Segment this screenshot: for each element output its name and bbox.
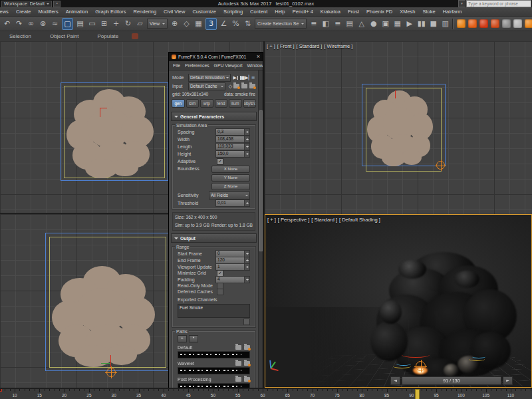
search-input[interactable]: Type a keyword or phrase (466, 0, 531, 7)
smoke-proxy-shape[interactable] (367, 90, 439, 166)
menu-frost[interactable]: Frost (348, 9, 359, 15)
spinner-snap-icon[interactable]: ⇅ (243, 19, 253, 29)
rectangular-selection-region-icon[interactable]: ▭ (87, 19, 97, 29)
simulate-button[interactable]: ▶ (233, 75, 237, 80)
fumefx-tab-rend[interactable]: rend (215, 99, 228, 108)
save-path-icon[interactable] (244, 345, 250, 350)
render-setup-icon[interactable]: ▣ (380, 19, 390, 29)
fumefx-menu-preferences[interactable]: Preferences (185, 63, 209, 68)
previous-frame-button[interactable]: ◄ (390, 376, 400, 385)
menu-graph-editors[interactable]: Graph Editors (95, 9, 126, 15)
sensitivity-dropdown[interactable]: All Fields (209, 192, 250, 200)
boundless-x-button[interactable]: X None (211, 166, 250, 173)
save-path-icon[interactable] (244, 377, 250, 382)
rendered-frame-window-icon[interactable]: ▦ (392, 19, 402, 29)
default-path-field[interactable] (178, 351, 250, 358)
viewport-front[interactable]: [ + ] [ Front ] [ Standard ] [ Wireframe… (265, 41, 532, 214)
close-icon[interactable]: × (257, 54, 260, 60)
edit-named-selection-icon[interactable]: ≡ (309, 19, 319, 29)
fumefx-source-gizmo[interactable] (106, 368, 116, 377)
save-cache-icon[interactable] (249, 84, 255, 88)
wavelet-path-field[interactable] (178, 367, 250, 374)
workspace-dropdown[interactable]: Workspace: Default (1, 1, 52, 7)
select-and-move-icon[interactable]: + (111, 19, 121, 29)
fumefx-tab-wtp[interactable]: wtp (200, 99, 213, 108)
viewport-menu-shading[interactable]: [ Default Shading ] (339, 217, 380, 223)
spinner-arrows[interactable] (244, 257, 249, 263)
viewport-menu-plus[interactable]: [ + ] (267, 43, 275, 49)
fumefx-tab-sim[interactable]: sim (186, 99, 200, 108)
graph-editor-icon[interactable]: △ (356, 19, 366, 29)
step-button[interactable]: ▶▏ (245, 75, 251, 80)
current-frame-marker[interactable] (415, 389, 420, 399)
menu-stoke[interactable]: Stoke (423, 9, 436, 15)
spacing-spinner[interactable]: 0,3 (215, 128, 250, 136)
exported-channels-field[interactable]: Fuel Smoke (178, 304, 250, 318)
height-value[interactable]: 150,0 (216, 151, 244, 157)
viewport-menu-renderer[interactable]: [ Standard ] (311, 217, 337, 223)
redo-icon[interactable]: ↷ (14, 19, 24, 29)
use-pivot-center-icon[interactable]: ⊕ (170, 19, 180, 29)
fumefx-menu-file[interactable]: File (173, 63, 180, 68)
spinner-arrows[interactable] (244, 251, 249, 257)
spinner-arrows[interactable] (244, 144, 249, 150)
unlink-selection-icon[interactable]: ⊗ (38, 19, 48, 29)
paths-options-button[interactable]: * (189, 335, 198, 342)
timeline-ruler[interactable]: 1015202530354045505560657075808590951001… (0, 388, 532, 399)
fumefx-title-bar[interactable]: FumeFX 5.0.4 Com | FumeFX001 × (169, 53, 263, 61)
menu-scripting[interactable]: Scripting (223, 9, 243, 15)
threshold-value[interactable]: 0,01 (216, 200, 244, 206)
threshold-spinner[interactable]: 0,01 (215, 200, 250, 207)
select-and-scale-icon[interactable]: ▱ (135, 19, 145, 29)
undo-icon[interactable]: ↶ (2, 19, 12, 29)
trash-icon[interactable]: ▥ (440, 19, 450, 29)
fumefx-burn-plugin-icon[interactable] (468, 19, 477, 28)
spinner-arrows[interactable] (244, 277, 249, 283)
fumefx-source-gizmo[interactable] (436, 161, 445, 170)
angle-snap-icon[interactable]: ∠ (219, 19, 229, 29)
menu-krakatoa[interactable]: Krakatoa (321, 9, 340, 15)
fumefx-scrollbar[interactable] (258, 70, 263, 388)
named-selection-set-dropdown[interactable]: Create Selection Se (255, 19, 307, 29)
input-dropdown[interactable]: Default Cache (188, 82, 225, 90)
ribbon-tab-object-paint[interactable]: Object Paint (41, 33, 88, 39)
spinner-arrows[interactable] (244, 136, 249, 142)
window-crossing-icon[interactable]: ⊞ (99, 19, 109, 29)
viewport-menu-plus[interactable]: [ + ] (267, 217, 276, 223)
viewport-update-value[interactable]: 1 (216, 264, 244, 270)
length-spinner[interactable]: 119,933 (215, 143, 250, 150)
menu-pencil-4[interactable]: Pencil+ 4 (293, 9, 313, 15)
smoke-proxy-shape[interactable] (66, 89, 161, 178)
browse-folder-icon[interactable] (241, 84, 247, 88)
viewport-menu-view[interactable]: [ Front ] (277, 43, 295, 49)
reference-coordinate-dropdown[interactable]: View (147, 19, 168, 29)
save-path-icon[interactable] (244, 361, 250, 366)
search-options-icon[interactable]: ▾ (458, 0, 466, 7)
viewport-menu-shading[interactable]: [ Wireframe ] (324, 43, 352, 49)
stop-icon[interactable]: ■ (428, 19, 438, 29)
spacing-value[interactable]: 0,3 (216, 129, 244, 135)
bind-to-spacewarp-icon[interactable]: ≈ (50, 19, 60, 29)
spinner-arrows[interactable] (244, 264, 249, 270)
ribbon-tools-icon[interactable] (132, 33, 138, 39)
adaptive-checkbox[interactable]: ✓ (217, 158, 223, 165)
snap-toggle-icon[interactable]: 3 (205, 18, 217, 30)
keyboard-shortcut-override-icon[interactable]: ▦ (194, 19, 203, 29)
align-icon[interactable]: ≡ (332, 19, 342, 29)
stoke-plugin-icon[interactable] (502, 19, 511, 28)
frame-display[interactable]: 91 / 130 (402, 376, 501, 385)
height-spinner[interactable]: 150,0 (215, 150, 250, 158)
percent-snap-icon[interactable]: % (231, 19, 241, 29)
boundless-y-button[interactable]: Y None (211, 174, 250, 182)
fumefx-tab-ilum[interactable]: ilum (229, 99, 242, 108)
menu-create[interactable]: Create (16, 9, 31, 15)
browse-folder-icon[interactable] (235, 345, 241, 350)
xmesh-plugin-icon[interactable] (513, 19, 522, 28)
menu-content[interactable]: Content (250, 9, 267, 15)
pause-icon[interactable]: ▮▮ (416, 19, 426, 29)
fumefx-menu-windows[interactable]: Windows (247, 63, 263, 68)
select-and-link-icon[interactable]: ∞ (26, 19, 36, 29)
viewport-menu-view[interactable]: [ Perspective ] (278, 217, 310, 223)
pick-cache-icon[interactable]: ◇ (227, 84, 233, 89)
ribbon-tab-selection[interactable]: Selection (0, 33, 41, 39)
